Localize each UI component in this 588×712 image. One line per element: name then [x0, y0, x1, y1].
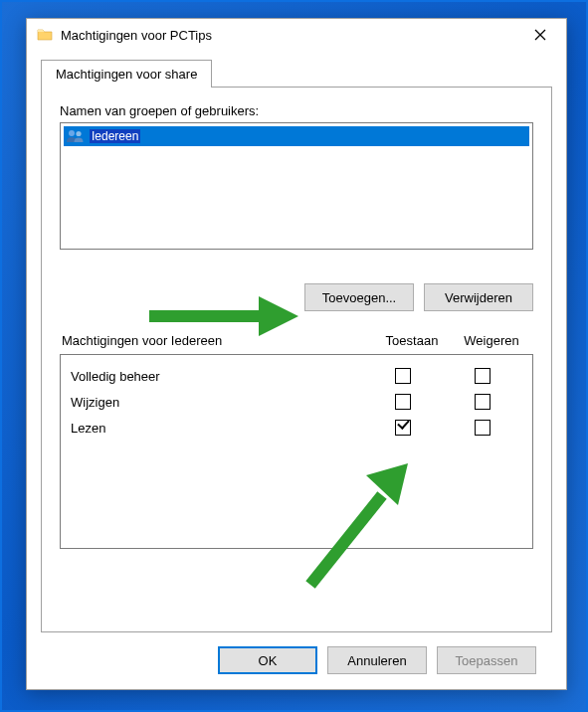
- titlebar: Machtigingen voor PCTips: [27, 19, 566, 51]
- deny-checkbox[interactable]: [475, 394, 490, 410]
- permission-row: Volledig beheer: [71, 363, 522, 389]
- groups-listbox[interactable]: Iedereen: [60, 122, 533, 250]
- ok-button[interactable]: OK: [218, 646, 317, 674]
- allow-checkbox[interactable]: [395, 420, 411, 436]
- add-remove-row: Toevoegen... Verwijderen: [60, 283, 533, 311]
- close-button[interactable]: [518, 21, 562, 49]
- deny-checkbox[interactable]: [475, 368, 490, 384]
- permission-name: Wijzigen: [71, 395, 363, 410]
- col-allow-header: Toestaan: [372, 333, 452, 348]
- dialog-content: Machtigingen voor share Namen van groepe…: [27, 51, 566, 688]
- remove-button[interactable]: Verwijderen: [424, 283, 533, 311]
- permissions-header: Machtigingen voor Iedereen Toestaan Weig…: [60, 333, 533, 354]
- add-button[interactable]: Toevoegen...: [304, 283, 414, 311]
- svg-point-3: [76, 131, 81, 136]
- window-title: Machtigingen voor PCTips: [61, 28, 518, 43]
- svg-point-2: [69, 130, 75, 136]
- permission-row: Wijzigen: [71, 389, 522, 415]
- tab-strip: Machtigingen voor share: [41, 59, 552, 88]
- col-deny-header: Weigeren: [452, 333, 531, 348]
- list-item[interactable]: Iedereen: [64, 126, 529, 146]
- tab-panel: Namen van groepen of gebruikers: Iederee…: [41, 88, 552, 632]
- permissions-header-label: Machtigingen voor Iedereen: [62, 333, 372, 348]
- groups-label: Namen van groepen of gebruikers:: [60, 103, 533, 118]
- permission-row: Lezen: [71, 415, 522, 441]
- list-item-name: Iedereen: [90, 129, 140, 143]
- deny-checkbox[interactable]: [475, 420, 490, 436]
- allow-checkbox[interactable]: [395, 394, 411, 410]
- cancel-button[interactable]: Annuleren: [327, 646, 427, 674]
- permission-name: Lezen: [71, 421, 363, 436]
- permissions-dialog: Machtigingen voor PCTips Machtigingen vo…: [26, 18, 567, 690]
- permission-name: Volledig beheer: [71, 369, 363, 384]
- permissions-list: Volledig beheer Wijzigen Lezen: [60, 354, 533, 549]
- close-icon: [534, 29, 546, 41]
- apply-button[interactable]: Toepassen: [437, 646, 536, 674]
- group-icon: [66, 128, 86, 144]
- tab-permissions[interactable]: Machtigingen voor share: [41, 60, 212, 88]
- dialog-buttons: OK Annuleren Toepassen: [41, 632, 552, 674]
- folder-icon: [37, 27, 53, 43]
- allow-checkbox[interactable]: [395, 368, 411, 384]
